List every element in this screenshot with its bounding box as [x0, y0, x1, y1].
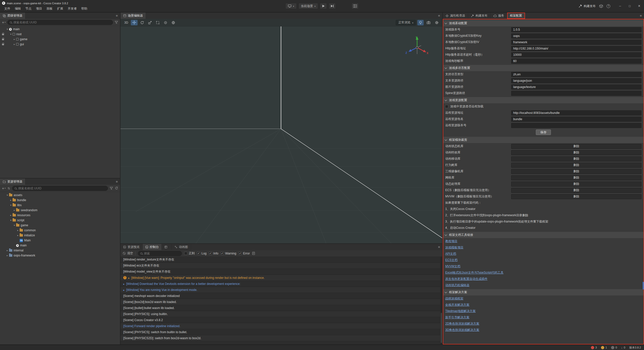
filter-log[interactable]: Log [197, 252, 207, 255]
asset-node-oops-framework[interactable]: oops-framework [0, 253, 120, 258]
solution-link[interactable]: 3D角色扮演游戏解决方案 [445, 328, 479, 332]
fps-input[interactable] [511, 59, 641, 64]
expand-arrow-icon[interactable] [6, 249, 9, 252]
doc-link[interactable]: 原生包热更新配置自动生成插件 [445, 277, 488, 281]
scene-select-dropdown[interactable]: 当前场景 [298, 3, 318, 9]
delete-button[interactable]: 删除 [511, 169, 641, 174]
menu-extension[interactable]: 扩展 [55, 7, 65, 11]
panel-menu-icon[interactable] [436, 245, 442, 249]
delete-button[interactable]: 删除 [511, 163, 641, 168]
translate-tool-button[interactable] [131, 20, 138, 25]
asset-node-assets[interactable]: assets [0, 193, 120, 198]
solution-link[interactable]: 战棋游戏框架 [445, 296, 463, 301]
tab-asset-preview[interactable]: 资源预览 [120, 244, 143, 250]
orientation-gizmo[interactable]: Y X Z [405, 34, 430, 60]
step-button[interactable] [329, 3, 336, 9]
crypto-iv-input[interactable] [511, 40, 641, 45]
assets-tab[interactable]: 资源管理器 [0, 179, 25, 185]
hierarchy-node-gui[interactable]: gui [0, 42, 120, 47]
asset-node-bundle[interactable]: bundle [0, 198, 120, 203]
game-version-input[interactable] [511, 27, 641, 32]
close-button[interactable] [634, 0, 644, 12]
delete-button[interactable]: 删除 [511, 150, 641, 155]
log-row[interactable]: [Scene] [PHYSICS]: using builtin. [120, 311, 442, 317]
solution-link[interactable]: Tiledmap地图解决方案 [445, 309, 476, 313]
section-resource-config[interactable]: 游戏资源配置 [443, 97, 644, 103]
layout-button[interactable] [352, 3, 359, 9]
delete-button[interactable]: 删除 [511, 175, 641, 180]
scale-tool-button[interactable] [147, 20, 153, 25]
expand-arrow-icon[interactable] [16, 234, 20, 237]
console-search[interactable] [138, 251, 182, 256]
remote-load-checkbox[interactable] [445, 105, 448, 108]
play-button[interactable] [320, 3, 327, 9]
lock-icon[interactable] [2, 39, 4, 40]
section-solutions[interactable]: 框架解决方案 [443, 289, 644, 295]
remote-version-input[interactable] [511, 123, 641, 128]
log-row[interactable]: [Window] ecs文件夹不存在 [120, 263, 442, 269]
delete-button[interactable]: 删除 [511, 188, 641, 193]
expand-arrow-icon[interactable] [6, 194, 9, 196]
asset-node-script[interactable]: script [0, 218, 120, 223]
expand-arrow-icon[interactable] [13, 38, 16, 40]
crypto-key-input[interactable] [511, 33, 641, 38]
expand-arrow-icon[interactable] [16, 229, 20, 232]
download-badge[interactable]: 0 [621, 346, 625, 349]
filter-icon[interactable] [115, 21, 118, 24]
expand-arrow-icon[interactable] [9, 199, 13, 201]
expand-arrow-icon[interactable] [6, 28, 9, 30]
scene-tab[interactable]: 场景编辑器 [120, 13, 146, 19]
tab-property-inspector[interactable]: 属性检查器 [443, 13, 468, 19]
expand-arrow-icon[interactable] [13, 209, 16, 211]
delete-button[interactable]: 删除 [511, 144, 641, 149]
asset-node-main-scene[interactable]: main [0, 243, 120, 248]
asset-node-game[interactable]: game [0, 223, 120, 228]
http-timeout-input[interactable] [511, 52, 641, 57]
scene-viewport[interactable]: Y X Z [120, 26, 442, 243]
menu-help[interactable]: 帮助 [79, 7, 90, 11]
panel-menu-icon[interactable] [637, 14, 644, 18]
preview-target-button[interactable] [285, 3, 297, 9]
asset-node-main-ts[interactable]: Main [0, 238, 120, 243]
remote-url-input[interactable] [511, 110, 641, 115]
maximize-button[interactable] [625, 0, 634, 12]
filter-icon[interactable] [110, 187, 113, 190]
export-log-icon[interactable] [252, 252, 255, 255]
hierarchy-node-root[interactable]: root [0, 32, 120, 37]
regex-checkbox[interactable] [184, 252, 187, 255]
expand-arrow-icon[interactable] [6, 254, 9, 257]
view-mode-dropdown[interactable]: 正常浏览 [396, 20, 416, 25]
panel-menu-icon[interactable] [113, 180, 120, 184]
create-node-button[interactable] [2, 21, 6, 24]
inspector-scrollbar-thumb[interactable] [643, 282, 644, 289]
asset-node-common[interactable]: common [0, 228, 120, 233]
clear-console-button[interactable]: 清空 [123, 251, 133, 255]
lock-icon[interactable] [2, 44, 4, 45]
tab-animation-graph[interactable]: 动画图 [172, 244, 191, 250]
doc-link[interactable]: API文档 [445, 252, 456, 256]
text-path-input[interactable] [511, 78, 641, 83]
log-row[interactable]: [Scene] [PHYSICS]: switch from builtin t… [120, 329, 442, 335]
warning-checkbox[interactable] [221, 252, 224, 255]
expand-arrow-icon[interactable] [9, 204, 13, 206]
hierarchy-node-main[interactable]: main [0, 27, 120, 32]
doc-link[interactable]: ECS文档 [445, 258, 458, 262]
asset-node-libs[interactable]: libs [0, 203, 120, 208]
section-language-config[interactable]: 游戏多语言配置 [443, 65, 644, 71]
filter-error[interactable]: Error [238, 252, 250, 255]
solution-link[interactable]: 全栈开发解决方案 [445, 303, 469, 307]
console-scrollbar[interactable] [440, 257, 442, 344]
log-row[interactable]: [Window] render_texture文件夹不存在 [120, 257, 442, 263]
delete-button[interactable]: 删除 [511, 182, 641, 187]
delete-button[interactable]: 删除 [511, 194, 641, 199]
regex-toggle[interactable]: 正则 [184, 251, 195, 255]
panel-menu-icon[interactable] [113, 14, 120, 18]
delete-button[interactable]: 删除 [511, 156, 641, 161]
log-row-info[interactable]: [Window] Download the Vue Devtools exten… [120, 281, 442, 287]
info-count-badge[interactable]: 0 [611, 346, 617, 349]
lock-icon[interactable] [2, 34, 4, 35]
expand-arrow-icon[interactable] [13, 43, 16, 46]
section-basic-config[interactable]: 游戏基础配置 [443, 20, 644, 26]
minimize-button[interactable] [615, 0, 625, 12]
log-checkbox[interactable] [197, 252, 200, 255]
